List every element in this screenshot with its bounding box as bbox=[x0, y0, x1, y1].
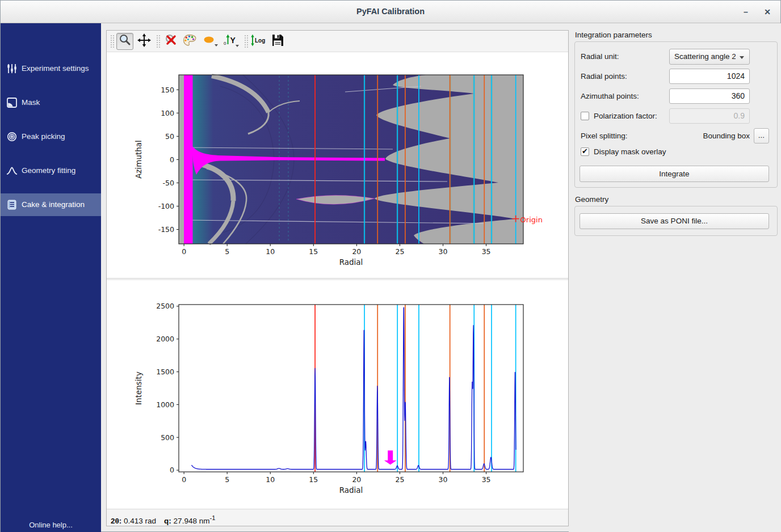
geometry-title: Geometry bbox=[575, 195, 608, 204]
azimuthal-points-label: Azimuthal points: bbox=[581, 92, 639, 100]
online-help-link[interactable]: Online help... bbox=[1, 521, 101, 529]
svg-text:15: 15 bbox=[309, 247, 318, 256]
save-button[interactable] bbox=[269, 33, 286, 50]
polarization-value: 0.9 bbox=[734, 111, 745, 120]
sidebar-item-experiment-settings[interactable]: Experiment settings bbox=[1, 57, 101, 80]
pan-mode-button[interactable] bbox=[136, 33, 153, 50]
q-value: 27.948 nm bbox=[171, 517, 210, 525]
status-bar: 2θ: 0.413 radq: 27.948 nm-1 bbox=[107, 509, 568, 526]
colormap-button[interactable] bbox=[181, 33, 198, 50]
svg-text:0: 0 bbox=[182, 475, 186, 484]
svg-text:30: 30 bbox=[439, 475, 448, 484]
integrate-button[interactable]: Integrate bbox=[580, 166, 769, 182]
display-mask-checkbox[interactable] bbox=[581, 147, 589, 156]
svg-text:0: 0 bbox=[170, 155, 174, 164]
log-axis-icon: Log bbox=[249, 33, 267, 50]
y-axis-icon: 0Y bbox=[223, 33, 240, 50]
right-panel: Integration parameters Radial unit: Scat… bbox=[569, 23, 781, 532]
integration-plot-region: 0510152025303505001000150020002500Radial… bbox=[107, 280, 568, 509]
svg-text:10: 10 bbox=[266, 475, 275, 484]
svg-text:35: 35 bbox=[482, 475, 491, 484]
sidebar-item-cake-integration[interactable]: Cake & integration bbox=[1, 193, 101, 216]
pixel-splitting-more-button[interactable]: ... bbox=[754, 128, 769, 143]
mask-icon bbox=[6, 97, 18, 108]
svg-text:-150: -150 bbox=[158, 225, 174, 234]
plot-toolbar: 0Y Log bbox=[107, 31, 568, 52]
integration-plot-canvas[interactable]: 0510152025303505001000150020002500Radial… bbox=[107, 280, 568, 509]
mask-ellipse-button[interactable] bbox=[200, 33, 220, 50]
chevron-down-icon bbox=[740, 56, 744, 59]
marker-arrow bbox=[384, 450, 397, 465]
svg-text:Intensity: Intensity bbox=[134, 371, 143, 405]
svg-text:10: 10 bbox=[266, 247, 275, 256]
polarization-checkbox[interactable] bbox=[581, 112, 589, 120]
log-scale-button[interactable]: Log bbox=[249, 33, 268, 50]
plot-panel: 0Y Log bbox=[106, 30, 569, 526]
magnifier-cross-icon bbox=[163, 33, 178, 50]
radial-points-input[interactable]: 1024 bbox=[669, 69, 750, 84]
pixel-splitting-value: Bounding box bbox=[669, 132, 750, 140]
sidebar-item-mask[interactable]: Mask bbox=[1, 91, 101, 114]
svg-text:Azimuthal: Azimuthal bbox=[134, 140, 143, 179]
zoom-mode-button[interactable] bbox=[116, 33, 133, 50]
sidebar-item-label: Experiment settings bbox=[22, 64, 89, 73]
azimuthal-points-value: 360 bbox=[732, 91, 745, 100]
q-exponent: -1 bbox=[209, 514, 215, 521]
pyfai-calibration-window: PyFAI Calibration – ✕ Experiment setting… bbox=[0, 0, 781, 532]
polarization-input: 0.9 bbox=[669, 108, 750, 124]
integration-parameters-title: Integration parameters bbox=[575, 31, 652, 39]
svg-text:20: 20 bbox=[352, 475, 361, 484]
svg-text:5: 5 bbox=[225, 475, 229, 484]
svg-text:-50: -50 bbox=[163, 179, 174, 187]
svg-text:0: 0 bbox=[170, 466, 174, 474]
toolbar-separator bbox=[156, 35, 160, 48]
save-poni-button[interactable]: Save as PONI file... bbox=[580, 213, 769, 229]
move-arrows-icon bbox=[137, 33, 152, 50]
sidebar-item-geometry-fitting[interactable]: Geometry fitting bbox=[1, 159, 101, 182]
svg-text:5: 5 bbox=[225, 247, 229, 256]
sidebar-item-peak-picking[interactable]: Peak picking bbox=[1, 125, 101, 148]
cake-plot-canvas[interactable]: 05101520253035-150-100-50050100150Radial… bbox=[107, 52, 568, 278]
svg-text:Origin: Origin bbox=[520, 216, 543, 224]
svg-text:500: 500 bbox=[161, 433, 174, 442]
floppy-disk-icon bbox=[270, 33, 285, 50]
toolbar-separator bbox=[244, 35, 248, 48]
display-mask-label: Display mask overlay bbox=[594, 147, 666, 156]
svg-text:30: 30 bbox=[439, 247, 448, 256]
window-title: PyFAI Calibration bbox=[1, 7, 780, 16]
svg-text:1500: 1500 bbox=[156, 368, 174, 376]
svg-text:35: 35 bbox=[482, 247, 491, 256]
title-bar: PyFAI Calibration – ✕ bbox=[1, 1, 780, 23]
y-axis-origin-button[interactable]: 0Y bbox=[222, 33, 241, 50]
svg-text:50: 50 bbox=[165, 132, 174, 141]
svg-text:25: 25 bbox=[396, 475, 405, 484]
svg-text:15: 15 bbox=[309, 475, 318, 484]
calibrant-ring-lines bbox=[315, 305, 516, 472]
radial-unit-value: Scattering angle 2 bbox=[674, 52, 736, 61]
tth-label: 2θ: bbox=[111, 517, 121, 525]
tth-value: 0.413 rad bbox=[121, 517, 156, 525]
q-label: q: bbox=[164, 517, 171, 525]
svg-text:0: 0 bbox=[224, 41, 226, 46]
svg-text:Y: Y bbox=[230, 36, 236, 45]
svg-text:0: 0 bbox=[182, 247, 186, 256]
toolbar-handle bbox=[110, 35, 114, 48]
radial-unit-label: Radial unit: bbox=[581, 52, 619, 61]
svg-text:150: 150 bbox=[161, 86, 174, 94]
palette-icon bbox=[182, 33, 197, 50]
radial-unit-select[interactable]: Scattering angle 2 bbox=[669, 49, 750, 65]
sidebar-item-label: Geometry fitting bbox=[22, 166, 75, 175]
sliders-icon bbox=[6, 63, 18, 74]
svg-text:25: 25 bbox=[396, 247, 405, 256]
cake-plot-region: 05101520253035-150-100-50050100150Radial… bbox=[107, 52, 568, 278]
zoom-reset-button[interactable] bbox=[162, 33, 179, 50]
close-button[interactable]: ✕ bbox=[760, 5, 775, 19]
svg-text:2000: 2000 bbox=[156, 335, 174, 343]
minimize-button[interactable]: – bbox=[738, 5, 753, 19]
svg-text:Radial: Radial bbox=[339, 485, 363, 495]
sidebar-item-label: Cake & integration bbox=[22, 200, 85, 209]
svg-text:-100: -100 bbox=[158, 202, 174, 210]
svg-text:20: 20 bbox=[352, 247, 361, 256]
azimuthal-points-input[interactable]: 360 bbox=[669, 88, 750, 104]
gaussian-curve-icon bbox=[6, 165, 18, 176]
